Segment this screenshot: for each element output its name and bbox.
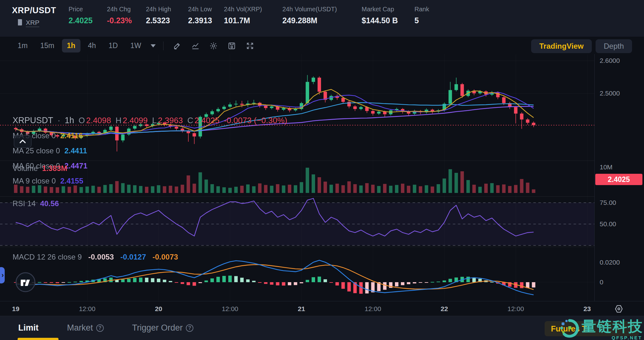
axis-label: 2.6000 [600,57,620,64]
interval-selector: 1m 15m 1h 4h 1D 1W [13,39,159,52]
legend-interval: 1h [65,116,74,125]
tab-market[interactable]: Market ? [67,323,104,333]
change-legend: -0.0073 (−0.30%) [224,116,287,125]
time-label: 23 [584,305,591,313]
stat-market-cap: Market Cap $144.50 B [362,6,398,25]
interval-4h[interactable]: 4h [83,39,101,52]
trading-app: XRP/USDT XRP Price 2.4025 24h Chg -0.23%… [0,0,644,340]
axis-label: 0 [600,278,603,286]
axis-label: 75.00 [600,199,616,206]
time-label: 12:00 [79,305,96,313]
time-label: 22 [441,305,448,313]
time-label: 12:00 [222,305,238,313]
time-label: 12:00 [365,305,381,313]
time-label: 19 [12,305,19,313]
rsi-legend: RSI 1440.56 [13,199,59,208]
high-value: 2.4099 [123,116,148,125]
legend-symbol: XRPUSDT [13,116,53,125]
close-value: 2.4025 [195,116,220,125]
price-scale[interactable]: 2.4025 2.60002.500010M75.0050.000.02000 [594,54,644,301]
axis-label: 2.5000 [600,90,620,97]
ma9-legend: MA 9 close 02.4155 [13,177,83,185]
collapse-legend-button[interactable] [14,135,31,148]
side-panel-handle[interactable]: › [0,267,5,283]
current-price-tag: 2.4025 [595,174,642,185]
interval-1w[interactable]: 1W [125,39,147,52]
depth-toggle[interactable]: Depth [596,39,632,53]
volume-value: 1.383M [42,164,67,173]
stat-vol-usdt: 24h Volume(USDT) 249.288M [282,6,337,25]
timezone-settings-icon[interactable] [613,303,625,315]
watermark: 量链科技 QFSP.NET [560,319,644,340]
trigger-order-help-icon[interactable]: ? [186,324,193,332]
macd-legend: MACD 12 26 close 9 -0.0053 -0.0127 -0.00… [13,253,178,261]
macd-line-value: -0.0127 [120,253,146,261]
time-label: 12:00 [508,305,524,313]
macd-signal-value: -0.0073 [153,253,178,261]
interval-15m[interactable]: 15m [35,39,59,52]
tab-trigger-order[interactable]: Trigger Order ? [132,323,193,333]
stat-rank: Rank 5 [414,6,429,25]
ohlc-legend: XRPUSDT · 1h O2.4098 H2.4099 L2.3963 C2.… [13,116,287,125]
tradingview-logo[interactable] [15,272,36,294]
low-value: 2.3963 [158,116,183,125]
draw-tool-icon[interactable] [170,40,184,52]
ma25-legend: MA 25 close 02.4411 [13,146,87,155]
ma5-value: 2.4116 [60,131,83,140]
volume-legend: Volume1.383M [13,164,67,173]
watermark-logo-icon [560,319,579,338]
stat-change: 24h Chg -0.23% [107,6,132,25]
tab-limit[interactable]: Limit [18,323,39,333]
macd-hist-value: -0.0053 [88,253,114,261]
axis-label: 0.0200 [600,259,620,266]
stat-price: Price 2.4025 [69,6,92,25]
price-value: 2.4025 [69,16,92,25]
interval-1d[interactable]: 1D [103,39,123,52]
time-label: 21 [298,305,305,313]
toolbar-divider [163,41,164,50]
candlestick-chart-canvas[interactable] [0,54,594,301]
time-label: 20 [155,305,162,313]
active-tab-indicator [18,338,58,340]
chart-area[interactable]: XRPUSDT · 1h O2.4098 H2.4099 L2.3963 C2.… [0,54,644,316]
settings-gear-icon[interactable] [206,40,221,52]
interval-dropdown-icon[interactable] [151,44,156,47]
tradingview-toggle[interactable]: TradingView [531,39,592,53]
time-scale[interactable]: 1912:002012:002112:002212:0023 [0,301,644,316]
axis-label: 50.00 [600,220,616,228]
order-form-tabs: Limit Market ? Trigger Order ? Futures T… [0,316,644,340]
symbol-block: XRP/USDT XRP [12,6,56,27]
interval-1m[interactable]: 1m [13,39,33,52]
ma9-value: 2.4155 [60,177,83,185]
asset-doc-icon[interactable] [16,19,23,27]
watermark-title: 量链科技 [582,319,643,334]
base-asset-link[interactable]: XRP [26,19,39,27]
market-stats-header: XRP/USDT XRP Price 2.4025 24h Chg -0.23%… [0,0,644,37]
pair-title: XRP/USDT [12,6,56,15]
rsi-value: 40.56 [40,199,59,208]
axis-label: 10M [600,163,613,171]
stat-high: 24h High 2.5323 [146,6,171,25]
open-value: 2.4098 [86,116,111,125]
ma25-value: 2.4411 [64,146,87,155]
change-value: -0.23% [107,16,132,25]
save-layout-icon[interactable] [225,40,239,52]
indicator-icon[interactable] [188,40,203,52]
chart-toolbar: 1m 15m 1h 4h 1D 1W TradingView Depth [0,37,644,54]
interval-1h[interactable]: 1h [62,39,80,52]
stat-low: 24h Low 2.3913 [188,6,212,25]
ma60-value: 2.4471 [64,162,87,170]
stat-vol-xrp: 24h Vol(XRP) 101.7M [224,6,262,25]
fullscreen-icon[interactable] [243,40,257,52]
market-help-icon[interactable]: ? [96,324,104,332]
watermark-domain: QFSP.NET [612,335,642,340]
